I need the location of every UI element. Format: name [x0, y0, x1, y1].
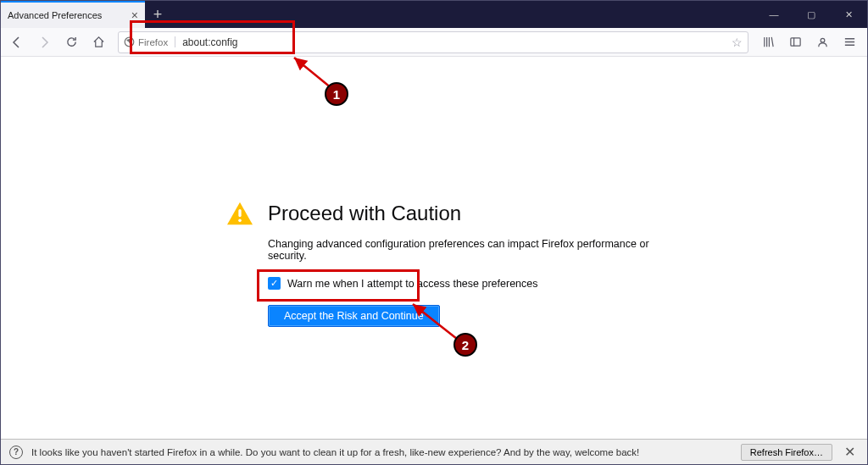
back-button[interactable]: [4, 30, 30, 54]
svg-rect-1: [790, 38, 799, 46]
svg-rect-4: [238, 209, 241, 217]
tab-close-icon[interactable]: ×: [131, 8, 138, 22]
account-icon: [816, 36, 829, 48]
reload-button[interactable]: [58, 30, 84, 54]
browser-window: Advanced Preferences × + — ▢ ✕ Firefox: [0, 0, 868, 465]
svg-line-6: [294, 58, 331, 88]
svg-point-5: [238, 219, 242, 223]
forward-button[interactable]: [31, 30, 57, 54]
caution-title: Proceed with Caution: [268, 202, 461, 225]
accept-risk-button[interactable]: Accept the Risk and Continue: [268, 305, 440, 327]
arrow-right-icon: [37, 36, 51, 49]
home-button[interactable]: [86, 30, 111, 54]
account-button[interactable]: [810, 30, 835, 54]
warn-checkbox[interactable]: ✓: [268, 277, 281, 290]
url-bar[interactable]: Firefox about:config ☆: [118, 31, 748, 53]
library-icon: [762, 36, 775, 48]
sidebar-button[interactable]: [782, 30, 808, 54]
new-tab-button[interactable]: +: [145, 1, 170, 28]
bookmark-star-icon[interactable]: ☆: [732, 36, 743, 49]
url-text: about:config: [182, 36, 237, 48]
minimize-button[interactable]: —: [755, 1, 793, 28]
caution-heading: Proceed with Caution: [225, 201, 666, 226]
sidebar-icon: [789, 36, 802, 48]
annotation-badge-1: 1: [325, 82, 348, 106]
library-button[interactable]: [755, 30, 781, 54]
tab-title: Advanced Preferences: [8, 10, 102, 20]
warning-icon: [225, 201, 254, 226]
firefox-icon: [124, 36, 135, 47]
info-bar-close-icon[interactable]: ✕: [841, 444, 859, 460]
toolbar-right: [755, 30, 864, 54]
warn-checkbox-label: Warn me when I attempt to access these p…: [287, 278, 538, 290]
info-bar: ? It looks like you haven't started Fire…: [1, 439, 867, 464]
svg-point-3: [821, 38, 825, 42]
identity-label: Firefox: [138, 37, 168, 47]
info-icon: ?: [9, 446, 23, 459]
window-controls: — ▢ ✕: [755, 1, 867, 28]
page-content: Proceed with Caution Changing advanced c…: [1, 57, 867, 439]
hamburger-icon: [843, 36, 856, 48]
menu-button[interactable]: [837, 30, 862, 54]
maximize-button[interactable]: ▢: [793, 1, 830, 28]
caution-panel: Proceed with Caution Changing advanced c…: [225, 201, 666, 327]
close-window-button[interactable]: ✕: [830, 1, 867, 28]
info-bar-text: It looks like you haven't started Firefo…: [31, 447, 732, 457]
home-icon: [92, 36, 105, 48]
warn-checkbox-row[interactable]: ✓ Warn me when I attempt to access these…: [268, 277, 666, 290]
caution-body: Changing advanced configuration preferen…: [268, 238, 666, 262]
navbar: Firefox about:config ☆: [1, 28, 867, 57]
refresh-firefox-button[interactable]: Refresh Firefox…: [741, 444, 832, 461]
arrow-left-icon: [10, 36, 24, 49]
urlbar-identity: Firefox: [124, 36, 175, 47]
annotation-badge-2: 2: [453, 333, 477, 357]
annotation-arrow-1: [289, 54, 340, 92]
browser-tab[interactable]: Advanced Preferences ×: [1, 1, 145, 28]
titlebar: Advanced Preferences × + — ▢ ✕: [1, 1, 867, 28]
reload-icon: [65, 36, 78, 48]
